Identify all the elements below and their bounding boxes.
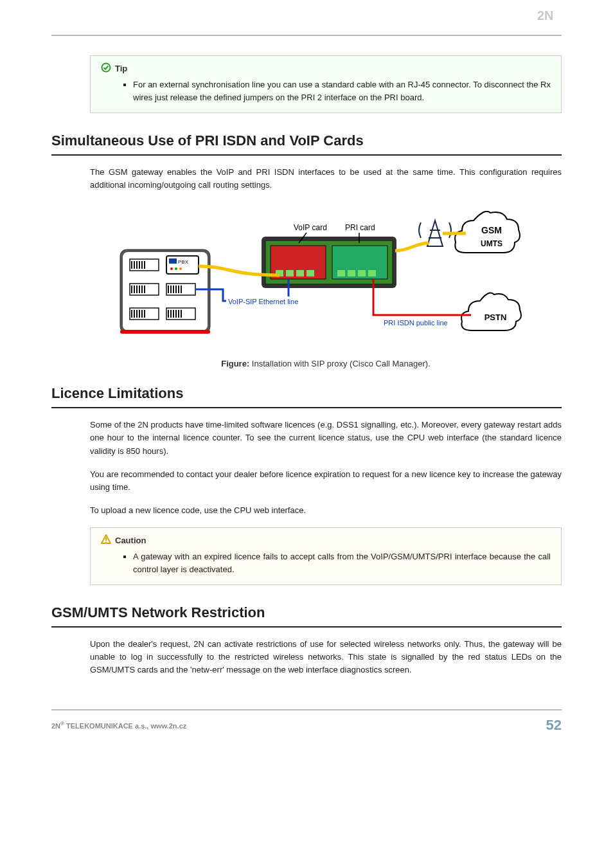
tip-label: Tip bbox=[115, 64, 127, 73]
svg-text:2N: 2N bbox=[537, 8, 554, 23]
page: 2N Tip For an external synchronisation l… bbox=[0, 0, 613, 759]
section2-p1: Some of the 2N products have time-limite… bbox=[90, 419, 562, 457]
section3-p1: Upon the dealer's request, 2N can activa… bbox=[90, 638, 562, 676]
footer-brand: 2N bbox=[51, 721, 60, 729]
tip-header: Tip bbox=[101, 62, 551, 75]
page-footer: 2N® TELEKOMUNIKACE a.s., www.2n.cz 52 bbox=[51, 709, 562, 734]
section2-p2: You are recommended to contact your deal… bbox=[90, 468, 562, 494]
pri-line-label: PRI ISDN public line bbox=[384, 319, 448, 327]
caution-header: Caution bbox=[101, 534, 551, 547]
svg-rect-41 bbox=[169, 258, 177, 264]
svg-rect-51 bbox=[286, 270, 294, 276]
check-circle-icon bbox=[101, 62, 111, 75]
voip-card-label: VoIP card bbox=[294, 223, 327, 232]
svg-rect-55 bbox=[348, 270, 355, 276]
page-number: 52 bbox=[546, 717, 562, 734]
section2-title: Licence Limitations bbox=[51, 385, 562, 408]
svg-rect-45 bbox=[120, 330, 210, 334]
svg-rect-54 bbox=[337, 270, 345, 276]
figure-caption: Figure: Installation with SIP proxy (Cis… bbox=[90, 359, 562, 368]
brand-logo: 2N bbox=[537, 8, 562, 26]
pri-card-label: PRI card bbox=[345, 223, 375, 232]
svg-point-43 bbox=[175, 267, 177, 270]
svg-point-42 bbox=[170, 267, 173, 270]
caution-callout: Caution A gateway with an expired licenc… bbox=[90, 527, 562, 585]
section3-title: GSM/UMTS Network Restriction bbox=[51, 604, 562, 628]
svg-point-64 bbox=[105, 541, 107, 543]
section2-p3: To upload a new licence code, use the CP… bbox=[90, 504, 562, 517]
svg-rect-52 bbox=[296, 270, 304, 276]
header-rule bbox=[51, 35, 562, 36]
figure-block: PBX VoIP card PRI card bbox=[90, 211, 562, 368]
pbx-label: PBX bbox=[178, 259, 189, 265]
section1-title: Simultaneous Use of PRI ISDN and VoIP Ca… bbox=[51, 132, 562, 156]
gsm-label: GSM bbox=[481, 225, 502, 235]
caution-bullet: A gateway with an expired licence fails … bbox=[133, 550, 551, 575]
footer-left: 2N® TELEKOMUNIKACE a.s., www.2n.cz bbox=[51, 721, 186, 730]
logo-2n-icon: 2N bbox=[537, 8, 562, 23]
content-block: Tip For an external synchronisation line… bbox=[90, 55, 562, 113]
umts-label: UMTS bbox=[481, 239, 502, 248]
section1-p1: The GSM gateway enables the VoIP and PRI… bbox=[90, 166, 562, 192]
pstn-label: PSTN bbox=[484, 312, 507, 322]
voip-line-label: VoIP-SIP Ethernet line bbox=[228, 298, 298, 305]
footer-company: TELEKOMUNIKACE a.s., www.2n.cz bbox=[64, 721, 186, 729]
warning-triangle-icon bbox=[101, 534, 111, 547]
figure-caption-prefix: Figure: bbox=[221, 359, 249, 368]
figure-caption-text: Installation with SIP proxy (Cisco Call … bbox=[249, 359, 431, 368]
tip-bullet: For an external synchronisation line you… bbox=[133, 78, 551, 104]
caution-label: Caution bbox=[115, 536, 146, 545]
svg-point-44 bbox=[179, 267, 182, 270]
tip-callout: Tip For an external synchronisation line… bbox=[90, 55, 562, 113]
topology-figure: PBX VoIP card PRI card bbox=[114, 211, 538, 346]
svg-rect-56 bbox=[358, 270, 366, 276]
svg-rect-57 bbox=[368, 270, 376, 276]
svg-rect-53 bbox=[306, 270, 314, 276]
